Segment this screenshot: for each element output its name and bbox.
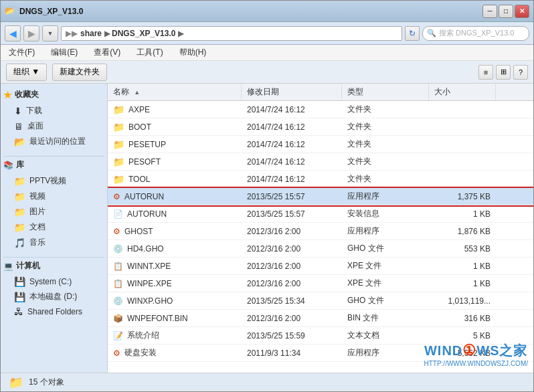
file-icon: ⚙ bbox=[113, 227, 120, 236]
address-bar: ◀ ▶ ▼ ▶▶ share ▶ DNGS_XP_V13.0 ▶ ↻ 🔍 搜索 … bbox=[1, 22, 533, 45]
new-folder-button[interactable]: 新建文件夹 bbox=[52, 64, 107, 81]
table-row[interactable]: 📁 PESOFT 2014/7/24 16:12 文件夹 bbox=[108, 153, 533, 171]
address-path[interactable]: ▶▶ share ▶ DNGS_XP_V13.0 ▶ bbox=[61, 26, 402, 41]
search-placeholder: 搜索 DNGS_XP_V13.0 bbox=[439, 28, 515, 38]
file-icon: 💿 bbox=[113, 244, 123, 254]
file-date-cell: 2013/5/25 15:57 bbox=[242, 208, 342, 220]
table-row[interactable]: 📁 PESETUP 2014/7/24 16:12 文件夹 bbox=[108, 136, 533, 153]
drive-c-icon: 💾 bbox=[14, 276, 25, 287]
file-size-cell: 316 KB bbox=[429, 312, 496, 324]
help-button[interactable]: ? bbox=[513, 65, 528, 80]
file-name: GHOST bbox=[124, 227, 153, 236]
menu-edit[interactable]: 编辑(E) bbox=[48, 45, 80, 60]
window-icon: 📂 bbox=[5, 6, 15, 17]
table-row[interactable]: 📝 系统介绍 2013/5/25 15:59 文本文档 5 KB bbox=[108, 327, 533, 345]
table-row[interactable]: 📦 WNPEFONT.BIN 2012/3/16 2:00 BIN 文件 316… bbox=[108, 310, 533, 327]
view-details-button[interactable]: ≡ bbox=[478, 65, 493, 80]
file-name: 系统介绍 bbox=[127, 330, 159, 341]
file-size-cell: 1 KB bbox=[429, 208, 496, 220]
table-row[interactable]: 📁 TOOL 2014/7/24 16:12 文件夹 bbox=[108, 171, 533, 188]
close-button[interactable]: ✕ bbox=[515, 5, 529, 18]
sidebar-item-docs[interactable]: 📁 文档 bbox=[3, 219, 104, 235]
file-size-cell bbox=[429, 178, 496, 181]
file-icon: 📁 bbox=[113, 122, 124, 132]
nav-dropdown-button[interactable]: ▼ bbox=[42, 25, 58, 41]
table-row[interactable]: ⚙ GHOST 2012/3/16 2:00 应用程序 1,876 KB bbox=[108, 223, 533, 240]
content-area: ★ 收藏夹 ⬇ 下载 🖥 桌面 📂 最近访问的位置 bbox=[1, 84, 533, 373]
minimize-button[interactable]: ─ bbox=[482, 5, 497, 18]
sidebar-item-desktop-label: 桌面 bbox=[27, 120, 43, 132]
window-controls: ─ □ ✕ bbox=[482, 5, 529, 18]
toolbar: 组织 ▼ 新建文件夹 ≡ ⊞ ? bbox=[1, 61, 533, 84]
file-size-cell bbox=[429, 108, 496, 111]
file-name: WINNT.XPE bbox=[127, 262, 171, 271]
menu-file[interactable]: 文件(F) bbox=[6, 45, 37, 60]
forward-button[interactable]: ▶ bbox=[23, 25, 39, 41]
table-row[interactable]: 📁 BOOT 2014/7/24 16:12 文件夹 bbox=[108, 118, 533, 136]
file-type-cell: BIN 文件 bbox=[342, 311, 429, 325]
file-name: 硬盘安装 bbox=[124, 347, 157, 359]
file-size-cell bbox=[429, 161, 496, 163]
menu-tools[interactable]: 工具(T) bbox=[134, 45, 165, 60]
table-row[interactable]: ⚙ 硬盘安装 2011/9/3 11:34 应用程序 5,552 KB bbox=[108, 345, 533, 362]
sidebar-item-drived[interactable]: 💾 本地磁盘 (D:) bbox=[3, 289, 104, 304]
maximize-button[interactable]: □ bbox=[499, 5, 513, 18]
shared-icon: 🖧 bbox=[14, 306, 23, 317]
table-row[interactable]: ⚙ AUTORUN 2013/5/25 15:57 应用程序 1,375 KB bbox=[108, 188, 533, 205]
sidebar-item-pptv[interactable]: 📁 PPTV视频 bbox=[3, 173, 104, 189]
file-date-cell: 2013/5/25 15:34 bbox=[242, 295, 342, 307]
table-row[interactable]: 💿 HD4.GHO 2012/3/16 2:00 GHO 文件 553 KB bbox=[108, 240, 533, 258]
file-name-cell: 📋 WINPE.XPE bbox=[108, 278, 242, 290]
status-folder-icon: 📁 bbox=[9, 375, 23, 390]
col-header-size[interactable]: 大小 bbox=[429, 84, 496, 100]
table-row[interactable]: 📄 AUTORUN 2013/5/25 15:57 安装信息 1 KB bbox=[108, 205, 533, 223]
file-date-cell: 2012/3/16 2:00 bbox=[242, 243, 342, 255]
favorites-section: ★ 收藏夹 ⬇ 下载 🖥 桌面 📂 最近访问的位置 bbox=[3, 89, 104, 149]
col-header-date[interactable]: 修改日期 bbox=[242, 84, 342, 100]
back-button[interactable]: ◀ bbox=[5, 25, 21, 41]
table-row[interactable]: 📋 WINPE.XPE 2012/3/16 2:00 XPE 文件 1 KB bbox=[108, 275, 533, 292]
table-row[interactable]: 💿 WINXP.GHO 2013/5/25 15:34 GHO 文件 1,013… bbox=[108, 292, 533, 310]
sidebar-item-desktop[interactable]: 🖥 桌面 bbox=[3, 118, 104, 134]
col-header-name[interactable]: 名称 ▲ bbox=[108, 84, 242, 100]
refresh-button[interactable]: ↻ bbox=[405, 26, 420, 41]
file-name: AUTORUN bbox=[124, 192, 164, 201]
file-size-cell bbox=[429, 126, 496, 128]
file-icon: 📁 bbox=[113, 139, 124, 150]
col-header-type[interactable]: 类型 bbox=[342, 84, 429, 100]
sidebar-item-systemc[interactable]: 💾 System (C:) bbox=[3, 274, 104, 289]
file-size-cell: 553 KB bbox=[429, 243, 496, 255]
status-bar: 📁 15 个对象 bbox=[1, 373, 533, 391]
sidebar-item-recent[interactable]: 📂 最近访问的位置 bbox=[3, 134, 104, 149]
file-name-cell: 📝 系统介绍 bbox=[108, 328, 242, 342]
computer-header: 💻 计算机 bbox=[3, 260, 104, 272]
sidebar-item-music[interactable]: 🎵 音乐 bbox=[3, 235, 104, 250]
library-header: 📚 库 bbox=[3, 159, 104, 171]
table-row[interactable]: 📁 AXPE 2014/7/24 16:12 文件夹 bbox=[108, 101, 533, 118]
file-type-cell: 文本文档 bbox=[342, 328, 429, 342]
menu-help[interactable]: 帮助(H) bbox=[177, 45, 209, 60]
sidebar-item-video[interactable]: 📁 视频 bbox=[3, 189, 104, 204]
sort-arrow-name: ▲ bbox=[134, 89, 140, 96]
window-title: DNGS_XP_V13.0 bbox=[19, 7, 482, 16]
sidebar-item-shared[interactable]: 🖧 Shared Folders bbox=[3, 304, 104, 319]
pptv-icon: 📁 bbox=[14, 176, 25, 187]
menu-view[interactable]: 查看(V) bbox=[91, 45, 123, 60]
sidebar-item-drived-label: 本地磁盘 (D:) bbox=[29, 291, 77, 302]
organize-button[interactable]: 组织 ▼ bbox=[6, 64, 47, 81]
computer-section: 💻 计算机 💾 System (C:) 💾 本地磁盘 (D:) 🖧 Shared… bbox=[3, 260, 104, 319]
file-date-cell: 2013/5/25 15:57 bbox=[242, 191, 342, 203]
table-row[interactable]: 📋 WINNT.XPE 2012/3/16 2:00 XPE 文件 1 KB bbox=[108, 258, 533, 275]
file-type-cell: 文件夹 bbox=[342, 172, 429, 186]
view-tiles-button[interactable]: ⊞ bbox=[496, 65, 511, 80]
file-type-cell: 文件夹 bbox=[342, 137, 429, 151]
file-icon: 💿 bbox=[113, 296, 123, 306]
window: 📂 DNGS_XP_V13.0 ─ □ ✕ ◀ ▶ ▼ ▶▶ share ▶ D… bbox=[0, 0, 534, 392]
file-list: 名称 ▲ 修改日期 类型 大小 📁 AXPE 2014/7/24 16:12 bbox=[108, 84, 533, 373]
sidebar-item-pictures[interactable]: 📁 图片 bbox=[3, 204, 104, 219]
file-date-cell: 2011/9/3 11:34 bbox=[242, 347, 342, 359]
file-list-header: 名称 ▲ 修改日期 类型 大小 bbox=[108, 84, 533, 101]
title-bar: 📂 DNGS_XP_V13.0 ─ □ ✕ bbox=[1, 1, 533, 22]
search-box[interactable]: 🔍 搜索 DNGS_XP_V13.0 bbox=[422, 26, 529, 41]
sidebar-item-download[interactable]: ⬇ 下载 bbox=[3, 103, 104, 118]
